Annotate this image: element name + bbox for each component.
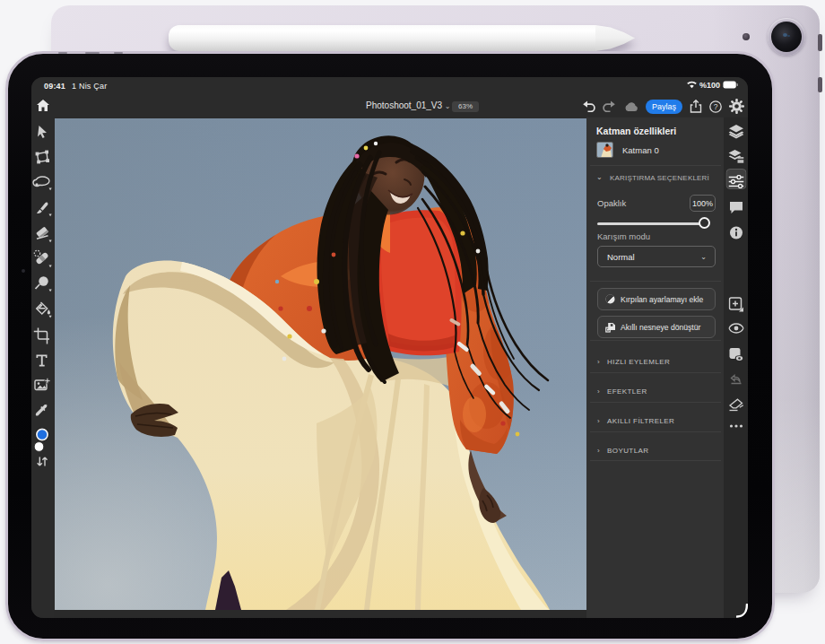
svg-text:?: ? (714, 102, 718, 111)
